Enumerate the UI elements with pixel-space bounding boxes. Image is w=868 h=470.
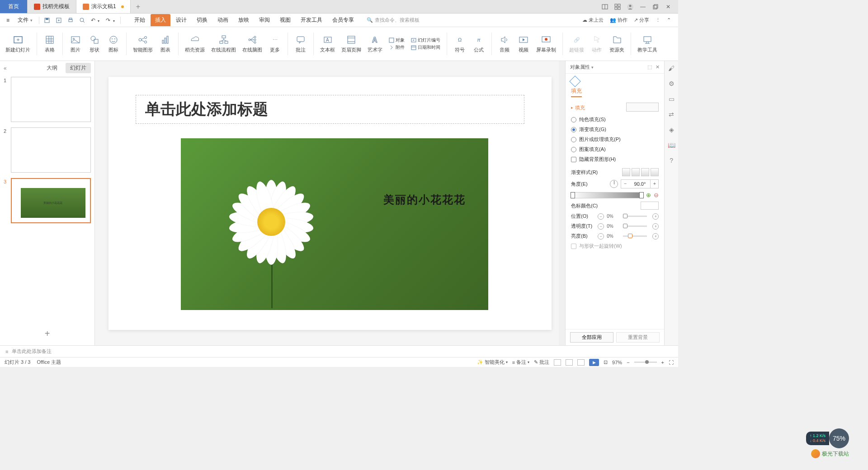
ribbon-flowchart[interactable]: 在线流程图: [209, 33, 238, 54]
layout-icon[interactable]: [601, 3, 609, 10]
side-help-icon[interactable]: ?: [670, 157, 673, 164]
user-icon[interactable]: [627, 3, 634, 10]
side-transition-icon[interactable]: ⇄: [669, 111, 674, 118]
grad-style-4[interactable]: [651, 168, 659, 176]
slide-thumbnail-1[interactable]: [11, 77, 91, 122]
props-close[interactable]: ✕: [656, 64, 660, 70]
tab-home[interactable]: 首页: [0, 0, 28, 13]
slide-thumbnail-2[interactable]: [11, 127, 91, 173]
status-beautify[interactable]: ✨ 智能美化 ▾: [477, 359, 508, 366]
side-paint-icon[interactable]: 🖌: [668, 65, 675, 72]
menu-tab-devtools[interactable]: 开发工具: [296, 14, 327, 26]
cloud-status[interactable]: ☁ 未上云: [582, 17, 604, 24]
zoom-fit[interactable]: ⊡: [604, 359, 608, 365]
fill-tab-label[interactable]: 填充: [571, 87, 582, 97]
ribbon-slidenum[interactable]: #幻灯片编号: [411, 37, 440, 43]
bright-decr[interactable]: −: [598, 233, 604, 240]
close-button[interactable]: ✕: [665, 3, 672, 10]
ribbon-wordart[interactable]: A艺术字: [366, 33, 384, 54]
gradient-stop-1[interactable]: [571, 192, 575, 198]
side-adjust-icon[interactable]: ⚙: [669, 80, 675, 87]
transparency-slider[interactable]: [623, 226, 647, 227]
ribbon-mindmap[interactable]: 在线脑图: [241, 33, 264, 54]
view-sorter[interactable]: [566, 359, 573, 366]
side-book-icon[interactable]: 📖: [668, 141, 675, 149]
pos-decr[interactable]: −: [598, 213, 604, 220]
view-normal[interactable]: [554, 359, 561, 366]
maximize-button[interactable]: [652, 3, 659, 10]
fill-section-header[interactable]: 填充: [571, 103, 659, 113]
slide-title-placeholder[interactable]: 单击此处添加标题: [136, 95, 524, 124]
gradient-stop-2[interactable]: [639, 192, 644, 198]
angle-incr[interactable]: +: [650, 180, 658, 188]
view-reading[interactable]: [577, 359, 585, 366]
side-anim-icon[interactable]: ◈: [669, 126, 674, 133]
save-icon[interactable]: [43, 16, 51, 24]
angle-dial[interactable]: [610, 180, 618, 188]
print-icon[interactable]: [66, 16, 75, 24]
radio-solid[interactable]: [571, 117, 576, 122]
gradient-editor[interactable]: [571, 192, 643, 198]
collapse-panel[interactable]: «: [4, 65, 7, 71]
search-input[interactable]: 查找命令、搜索模板: [375, 17, 420, 24]
menu-tab-view[interactable]: 视图: [275, 14, 295, 26]
trans-incr[interactable]: +: [652, 223, 659, 230]
status-comments[interactable]: ✎ 批注: [534, 359, 549, 366]
tab-templates[interactable]: 找稻壳模板: [28, 0, 76, 13]
undo-icon[interactable]: ↶ ▾: [90, 16, 101, 24]
fullscreen-icon[interactable]: ⛶: [669, 360, 674, 365]
zoom-in[interactable]: +: [661, 360, 664, 365]
ribbon-comment[interactable]: 批注: [292, 33, 309, 54]
angle-value[interactable]: 90.0°: [629, 181, 650, 187]
radio-gradient[interactable]: [571, 127, 576, 132]
slides-tab[interactable]: 幻灯片: [66, 63, 91, 73]
collapse-ribbon[interactable]: ⌃: [667, 17, 671, 23]
vertical-scrollbar[interactable]: [559, 61, 565, 345]
zoom-slider[interactable]: [634, 362, 657, 363]
ribbon-more[interactable]: ⋯更多: [267, 33, 283, 54]
slide-thumbnail-3[interactable]: 美丽的小花花花: [11, 178, 91, 223]
preview-icon[interactable]: [78, 16, 86, 24]
slide-canvas[interactable]: 单击此处添加标题 美丽的小花花花: [108, 77, 552, 330]
ribbon-teaching[interactable]: 教学工具: [636, 33, 659, 54]
notes-collapse-icon[interactable]: ≡: [5, 349, 8, 354]
reset-bg-button[interactable]: 重置背景: [616, 332, 660, 343]
brightness-slider[interactable]: [623, 235, 647, 237]
radio-pattern[interactable]: [571, 147, 576, 152]
notes-placeholder[interactable]: 单击此处添加备注: [12, 348, 52, 355]
ribbon-datetime[interactable]: 日期和时间: [411, 44, 440, 51]
add-stop[interactable]: ⊕: [646, 192, 651, 198]
menu-tab-member[interactable]: 会员专享: [328, 14, 359, 26]
file-menu[interactable]: 文件 ▾: [15, 15, 35, 25]
ribbon-daoke[interactable]: 稻壳资源: [183, 33, 207, 54]
grad-style-2[interactable]: [632, 168, 640, 176]
bright-incr[interactable]: +: [652, 233, 659, 240]
ribbon-attachment[interactable]: 附件: [389, 44, 405, 51]
stop-color-picker[interactable]: [641, 202, 659, 210]
redo-icon[interactable]: ↷ ▾: [105, 16, 116, 24]
collab-button[interactable]: 👥 协作: [610, 17, 627, 24]
ribbon-resources[interactable]: 资源夹: [608, 33, 626, 54]
angle-decr[interactable]: −: [621, 180, 629, 188]
slide-image[interactable]: 美丽的小花花花: [181, 138, 488, 310]
menu-tab-review[interactable]: 审阅: [255, 14, 274, 26]
share-button[interactable]: ↗ 分享: [634, 17, 649, 24]
fill-tab-icon[interactable]: [569, 75, 580, 87]
ribbon-icons[interactable]: 图标: [105, 33, 122, 54]
outline-tab[interactable]: 大纲: [42, 63, 62, 73]
slideshow-button[interactable]: ▶: [589, 359, 599, 366]
ribbon-symbol[interactable]: Ω符号: [452, 33, 468, 54]
apply-all-button[interactable]: 全部应用: [570, 332, 613, 343]
grid-icon[interactable]: [614, 3, 621, 10]
zoom-out[interactable]: −: [627, 360, 629, 365]
ribbon-new-slide[interactable]: 新建幻灯片: [4, 33, 32, 54]
grad-style-1[interactable]: [622, 168, 630, 176]
menu-tab-start[interactable]: 开始: [130, 14, 150, 26]
menu-tab-insert[interactable]: 插入: [151, 14, 170, 26]
menu-hamburger[interactable]: ≡: [4, 16, 12, 24]
remove-stop[interactable]: ⊖: [654, 192, 659, 198]
ribbon-textbox[interactable]: A文本框: [318, 33, 337, 54]
pos-incr[interactable]: +: [652, 213, 659, 220]
radio-picture[interactable]: [571, 137, 576, 142]
menu-tab-design[interactable]: 设计: [171, 14, 191, 26]
